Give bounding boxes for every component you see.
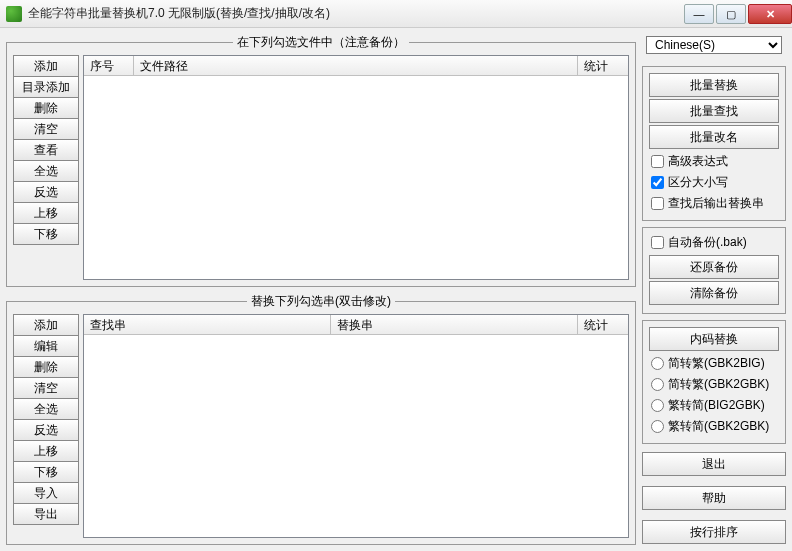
content: 在下列勾选文件中（注意备份） 添加 目录添加 删除 清空 查看 全选 反选 上移… bbox=[0, 28, 792, 551]
files-add-dir-button[interactable]: 目录添加 bbox=[13, 76, 79, 98]
files-fieldset: 在下列勾选文件中（注意备份） 添加 目录添加 删除 清空 查看 全选 反选 上移… bbox=[6, 34, 636, 287]
exit-button[interactable]: 退出 bbox=[642, 452, 786, 476]
app-icon bbox=[6, 6, 22, 22]
batch-replace-button[interactable]: 批量替换 bbox=[649, 73, 779, 97]
enc-r4-radio[interactable] bbox=[651, 420, 664, 433]
strings-list[interactable]: 查找串 替换串 统计 bbox=[83, 314, 629, 539]
output-label: 查找后输出替换串 bbox=[668, 195, 764, 212]
close-button[interactable]: ✕ bbox=[748, 4, 792, 24]
strings-edit-button[interactable]: 编辑 bbox=[13, 335, 79, 357]
regex-label: 高级表达式 bbox=[668, 153, 728, 170]
output-checkbox[interactable] bbox=[651, 197, 664, 210]
left-column: 在下列勾选文件中（注意备份） 添加 目录添加 删除 清空 查看 全选 反选 上移… bbox=[6, 34, 636, 545]
enc-r3-label: 繁转简(BIG2GBK) bbox=[668, 397, 765, 414]
strings-move-up-button[interactable]: 上移 bbox=[13, 440, 79, 462]
encoding-title-button[interactable]: 内码替换 bbox=[649, 327, 779, 351]
files-col-path[interactable]: 文件路径 bbox=[134, 56, 578, 75]
minimize-button[interactable]: — bbox=[684, 4, 714, 24]
titlebar: 全能字符串批量替换机7.0 无限制版(替换/查找/抽取/改名) — ▢ ✕ bbox=[0, 0, 792, 28]
right-column: Chinese(S) 批量替换 批量查找 批量改名 高级表达式 区分大小写 查找… bbox=[642, 34, 786, 545]
strings-import-button[interactable]: 导入 bbox=[13, 482, 79, 504]
strings-delete-button[interactable]: 删除 bbox=[13, 356, 79, 378]
strings-list-header: 查找串 替换串 统计 bbox=[84, 315, 628, 335]
strings-side-buttons: 添加 编辑 删除 清空 全选 反选 上移 下移 导入 导出 bbox=[13, 314, 79, 539]
files-col-stat[interactable]: 统计 bbox=[578, 56, 628, 75]
files-list-body[interactable] bbox=[84, 76, 628, 279]
restore-backup-button[interactable]: 还原备份 bbox=[649, 255, 779, 279]
help-button[interactable]: 帮助 bbox=[642, 486, 786, 510]
files-select-all-button[interactable]: 全选 bbox=[13, 160, 79, 182]
batch-group: 批量替换 批量查找 批量改名 高级表达式 区分大小写 查找后输出替换串 bbox=[642, 66, 786, 221]
case-label: 区分大小写 bbox=[668, 174, 728, 191]
files-add-button[interactable]: 添加 bbox=[13, 55, 79, 77]
files-col-index[interactable]: 序号 bbox=[84, 56, 134, 75]
files-invert-button[interactable]: 反选 bbox=[13, 181, 79, 203]
strings-add-button[interactable]: 添加 bbox=[13, 314, 79, 336]
enc-r4-label: 繁转简(GBK2GBK) bbox=[668, 418, 769, 435]
files-clear-button[interactable]: 清空 bbox=[13, 118, 79, 140]
files-delete-button[interactable]: 删除 bbox=[13, 97, 79, 119]
files-list-header: 序号 文件路径 统计 bbox=[84, 56, 628, 76]
strings-select-all-button[interactable]: 全选 bbox=[13, 398, 79, 420]
enc-r1-radio[interactable] bbox=[651, 357, 664, 370]
strings-legend: 替换下列勾选串(双击修改) bbox=[247, 293, 395, 310]
strings-col-find[interactable]: 查找串 bbox=[84, 315, 331, 334]
window-buttons: — ▢ ✕ bbox=[682, 4, 792, 24]
auto-backup-checkbox[interactable] bbox=[651, 236, 664, 249]
backup-group: 自动备份(.bak) 还原备份 清除备份 bbox=[642, 227, 786, 314]
files-view-button[interactable]: 查看 bbox=[13, 139, 79, 161]
auto-backup-label: 自动备份(.bak) bbox=[668, 234, 747, 251]
clear-backup-button[interactable]: 清除备份 bbox=[649, 281, 779, 305]
case-checkbox[interactable] bbox=[651, 176, 664, 189]
strings-col-replace[interactable]: 替换串 bbox=[331, 315, 578, 334]
files-side-buttons: 添加 目录添加 删除 清空 查看 全选 反选 上移 下移 bbox=[13, 55, 79, 280]
files-move-up-button[interactable]: 上移 bbox=[13, 202, 79, 224]
files-legend: 在下列勾选文件中（注意备份） bbox=[233, 34, 409, 51]
enc-r2-label: 简转繁(GBK2GBK) bbox=[668, 376, 769, 393]
language-select[interactable]: Chinese(S) bbox=[646, 36, 782, 54]
window-title: 全能字符串批量替换机7.0 无限制版(替换/查找/抽取/改名) bbox=[28, 5, 682, 22]
strings-fieldset: 替换下列勾选串(双击修改) 添加 编辑 删除 清空 全选 反选 上移 下移 导入… bbox=[6, 293, 636, 546]
enc-r3-radio[interactable] bbox=[651, 399, 664, 412]
regex-checkbox[interactable] bbox=[651, 155, 664, 168]
batch-find-button[interactable]: 批量查找 bbox=[649, 99, 779, 123]
files-move-down-button[interactable]: 下移 bbox=[13, 223, 79, 245]
files-list[interactable]: 序号 文件路径 统计 bbox=[83, 55, 629, 280]
enc-r1-label: 简转繁(GBK2BIG) bbox=[668, 355, 765, 372]
batch-rename-button[interactable]: 批量改名 bbox=[649, 125, 779, 149]
strings-list-body[interactable] bbox=[84, 335, 628, 538]
strings-clear-button[interactable]: 清空 bbox=[13, 377, 79, 399]
strings-invert-button[interactable]: 反选 bbox=[13, 419, 79, 441]
strings-col-stat[interactable]: 统计 bbox=[578, 315, 628, 334]
strings-move-down-button[interactable]: 下移 bbox=[13, 461, 79, 483]
sort-button[interactable]: 按行排序 bbox=[642, 520, 786, 544]
maximize-button[interactable]: ▢ bbox=[716, 4, 746, 24]
strings-export-button[interactable]: 导出 bbox=[13, 503, 79, 525]
enc-r2-radio[interactable] bbox=[651, 378, 664, 391]
encoding-group: 内码替换 简转繁(GBK2BIG) 简转繁(GBK2GBK) 繁转简(BIG2G… bbox=[642, 320, 786, 444]
